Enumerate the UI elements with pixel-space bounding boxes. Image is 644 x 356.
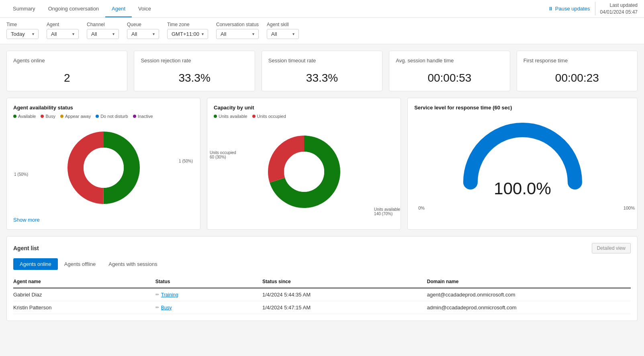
chevron-down-icon: ▾ bbox=[72, 32, 74, 36]
metric-card-4: First response time00:00:23 bbox=[517, 51, 638, 91]
agent-list-tab-1[interactable]: Agents offline bbox=[58, 258, 102, 270]
legend-label: Units occupied bbox=[257, 114, 286, 119]
gauge-container: 100.0% 0% 100% bbox=[414, 114, 631, 218]
capacity-donut: Units occupied 60 (30%) Units available … bbox=[214, 123, 394, 220]
nav-tab-ongoing[interactable]: Ongoing conversation bbox=[42, 1, 105, 17]
filter-select-channel[interactable]: All▾ bbox=[87, 29, 119, 39]
filter-label-channel: Channel bbox=[87, 22, 119, 27]
filter-select-agent_skill[interactable]: All▾ bbox=[267, 29, 299, 39]
metric-value-1: 33.3% bbox=[141, 72, 248, 84]
edit-icon[interactable]: ✏ bbox=[155, 305, 159, 310]
pause-label: Pause updates bbox=[555, 6, 590, 12]
legend-label: Inactive bbox=[138, 114, 153, 119]
chevron-down-icon: ▾ bbox=[252, 32, 254, 36]
metric-title-4: First response time bbox=[523, 58, 631, 64]
legend-item: Do not disturb bbox=[96, 114, 128, 119]
nav-tab-agent[interactable]: Agent bbox=[105, 1, 132, 17]
chevron-down-icon: ▾ bbox=[292, 32, 294, 36]
last-updated-line2: 04/01/2024 05:47 bbox=[600, 9, 638, 16]
nav-tabs: SummaryOngoing conversationAgentVoice bbox=[6, 0, 157, 17]
filter-value-channel: All bbox=[91, 31, 97, 37]
legend-label: Busy bbox=[45, 114, 55, 119]
pause-updates-button[interactable]: ⏸ Pause updates bbox=[548, 6, 590, 12]
nav-tab-summary[interactable]: Summary bbox=[6, 1, 42, 17]
agent-table: Agent nameStatusStatus sinceDomain name … bbox=[13, 276, 631, 314]
legend-dot bbox=[252, 115, 256, 118]
legend-dot bbox=[13, 115, 16, 118]
filter-value-timezone: GMT+11:00 bbox=[172, 31, 199, 37]
last-updated-line1: Last updated bbox=[600, 2, 638, 9]
metric-title-0: Agents online bbox=[13, 58, 121, 64]
metric-title-1: Session rejection rate bbox=[141, 58, 248, 64]
edit-icon[interactable]: ✏ bbox=[155, 292, 159, 297]
donut-label-left: 1 (50%) bbox=[14, 172, 28, 177]
detailed-view-button[interactable]: Detailed view bbox=[592, 243, 631, 253]
metric-value-0: 2 bbox=[13, 72, 121, 84]
service-level-card: Service level for response time (60 sec)… bbox=[407, 98, 638, 230]
filter-agent_skill: Agent skillAll▾ bbox=[267, 22, 299, 39]
table-col-header: Status bbox=[155, 276, 262, 288]
chevron-down-icon: ▾ bbox=[32, 32, 34, 36]
filter-label-time: Time bbox=[6, 22, 39, 27]
filter-select-timezone[interactable]: GMT+11:00▾ bbox=[167, 29, 208, 39]
agent-list-tab-0[interactable]: Agents online bbox=[13, 258, 58, 270]
chevron-down-icon: ▾ bbox=[202, 32, 204, 36]
header-right: ⏸ Pause updates Last updated 04/01/2024 … bbox=[548, 2, 638, 16]
metric-title-3: Avg. session handle time bbox=[396, 58, 503, 64]
chevron-down-icon: ▾ bbox=[112, 32, 114, 36]
filter-label-agent_skill: Agent skill bbox=[267, 22, 299, 27]
capacity-label-available: Units available 140 (70%) bbox=[374, 207, 400, 216]
filter-value-conv_status: All bbox=[221, 31, 226, 37]
filter-label-queue: Queue bbox=[127, 22, 159, 27]
chevron-down-icon: ▾ bbox=[153, 32, 155, 36]
status-link[interactable]: Busy bbox=[161, 305, 172, 311]
filter-select-time[interactable]: Today▾ bbox=[6, 29, 39, 39]
agent-avail-legend: AvailableBusyAppear awayDo not disturbIn… bbox=[13, 114, 194, 119]
last-updated: Last updated 04/01/2024 05:47 bbox=[595, 2, 638, 16]
top-navigation: SummaryOngoing conversationAgentVoice ⏸ … bbox=[0, 0, 644, 18]
filter-select-queue[interactable]: All▾ bbox=[127, 29, 159, 39]
agent-table-head: Agent nameStatusStatus sinceDomain name bbox=[13, 276, 631, 288]
charts-row: Agent availability status AvailableBusyA… bbox=[6, 98, 638, 230]
svg-point-2 bbox=[84, 148, 124, 188]
pause-icon: ⏸ bbox=[548, 6, 553, 12]
table-row: Kristin Patterson✏Busy1/4/2024 5:47:15 A… bbox=[13, 301, 631, 314]
capacity-title: Capacity by unit bbox=[214, 105, 394, 111]
service-level-title: Service level for response time (60 sec) bbox=[414, 105, 631, 111]
table-col-header: Agent name bbox=[13, 276, 155, 288]
filter-conv_status: Conversation statusAll▾ bbox=[216, 22, 259, 39]
agent-avail-donut: 1 (50%) 1 (50%) bbox=[13, 123, 194, 212]
legend-item: Units occupied bbox=[252, 114, 286, 119]
metric-card-2: Session timeout rate33.3% bbox=[262, 51, 382, 91]
agent-list-title: Agent list bbox=[13, 245, 39, 251]
status-link[interactable]: Training bbox=[161, 292, 178, 298]
legend-dot bbox=[214, 115, 217, 118]
metric-value-4: 00:00:23 bbox=[523, 72, 631, 84]
legend-item: Busy bbox=[41, 114, 55, 119]
metric-card-1: Session rejection rate33.3% bbox=[134, 51, 255, 91]
legend-item: Units available bbox=[214, 114, 247, 119]
agent-status-cell: ✏Busy bbox=[155, 301, 262, 314]
agent-list-tab-2[interactable]: Agents with sessions bbox=[102, 258, 164, 270]
nav-tab-voice[interactable]: Voice bbox=[132, 1, 157, 17]
gauge-label-0: 0% bbox=[418, 206, 425, 210]
capacity-card: Capacity by unit Units availableUnits oc… bbox=[207, 98, 401, 230]
filter-channel: ChannelAll▾ bbox=[87, 22, 119, 39]
agent-list-tabs: Agents onlineAgents offlineAgents with s… bbox=[13, 258, 631, 270]
domain-name-cell: agent@ccadadeprod.onmicrosoft.com bbox=[427, 288, 631, 301]
agent-list-header: Agent list Detailed view bbox=[13, 243, 631, 253]
filter-time: TimeToday▾ bbox=[6, 22, 39, 39]
agent-availability-card: Agent availability status AvailableBusyA… bbox=[6, 98, 200, 230]
filter-label-timezone: Time zone bbox=[167, 22, 208, 27]
filter-select-conv_status[interactable]: All▾ bbox=[216, 29, 259, 39]
legend-dot bbox=[41, 115, 44, 118]
filter-value-time: Today bbox=[11, 31, 25, 37]
main-content: Agents online2Session rejection rate33.3… bbox=[0, 44, 644, 327]
legend-label: Units available bbox=[219, 114, 247, 119]
show-more-link[interactable]: Show more bbox=[13, 212, 194, 223]
legend-dot bbox=[96, 115, 99, 118]
filter-select-agent[interactable]: All▾ bbox=[47, 29, 79, 39]
table-col-header: Status since bbox=[262, 276, 427, 288]
capacity-svg bbox=[264, 132, 344, 212]
metric-cards: Agents online2Session rejection rate33.3… bbox=[6, 51, 638, 91]
